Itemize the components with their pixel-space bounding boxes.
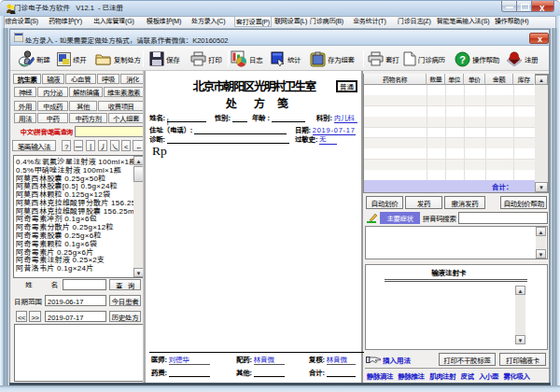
- svg-text:?: ?: [459, 53, 466, 64]
